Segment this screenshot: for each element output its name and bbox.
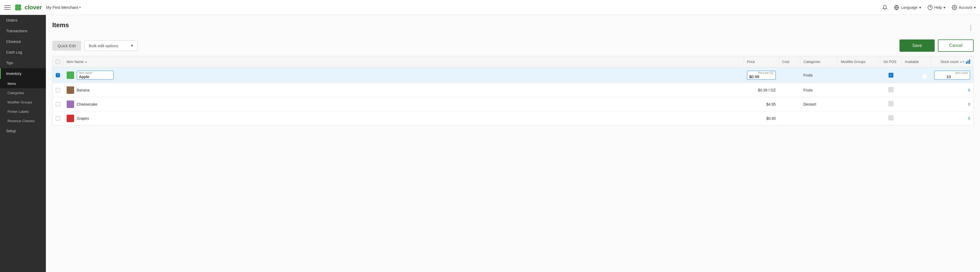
help-chevron-icon: ▾ xyxy=(943,5,945,10)
price-input[interactable] xyxy=(749,75,773,79)
price-input-wrap: Price per OZ xyxy=(747,71,776,80)
cancel-button[interactable]: Cancel xyxy=(938,40,974,52)
layout: Orders Transactions Closeout Cash Log Ti… xyxy=(0,15,980,272)
sidebar-item-cashlog[interactable]: Cash Log xyxy=(0,47,46,57)
sidebar-item-orders[interactable]: Orders xyxy=(0,15,46,25)
col-header-available: Available xyxy=(902,56,931,67)
table-row: Banana $0.39 / OZ Fruits xyxy=(52,83,974,97)
sidebar-item-tips[interactable]: Tips xyxy=(0,57,46,68)
row-stock-cell: 0 xyxy=(931,83,974,97)
item-name-text: Grapes xyxy=(77,116,89,121)
stock-sort-icon: ▲▼ xyxy=(959,60,965,63)
hamburger-menu[interactable] xyxy=(4,4,11,11)
row-modifiers-cell xyxy=(838,67,880,83)
sidebar-item-revenue-classes[interactable]: Revenue Classes xyxy=(0,116,46,126)
row-onpos-cell xyxy=(880,97,902,111)
table-row: Grapes $0.40 xyxy=(52,111,974,125)
select-all-header xyxy=(52,56,64,67)
row-name-cell: Item name* xyxy=(64,67,744,83)
item-name-label: Item name* xyxy=(79,72,111,75)
item-color-swatch xyxy=(67,86,74,94)
row-checkbox[interactable] xyxy=(56,116,60,121)
price-label: Price per OZ xyxy=(749,72,773,75)
merchant-chevron-icon: ▾ xyxy=(79,6,81,10)
onpos-check-icon[interactable] xyxy=(889,116,893,120)
help-button[interactable]: Help ▾ xyxy=(928,5,946,10)
bell-icon xyxy=(882,5,888,10)
row-cost-cell xyxy=(779,97,800,111)
row-onpos-cell xyxy=(880,83,902,97)
stock-count-link[interactable]: 0 xyxy=(968,88,970,92)
row-onpos-cell xyxy=(880,111,902,125)
row-checkbox[interactable] xyxy=(56,73,60,77)
account-chevron-icon: ▾ xyxy=(974,5,976,10)
item-name-text: Cheesecake xyxy=(77,102,97,107)
table-header-row: Item Name ▲ Price Cost Categories Modifi… xyxy=(52,56,974,67)
row-categories-cell: Fruits xyxy=(800,67,838,83)
bulk-edit-chevron-icon: ▾ xyxy=(131,43,133,48)
svg-point-9 xyxy=(954,7,955,8)
onpos-check-icon[interactable] xyxy=(889,87,893,92)
row-stock-cell: Item count xyxy=(931,67,974,83)
stock-bars-icon xyxy=(966,59,970,64)
row-price-cell: $0.40 xyxy=(744,111,779,125)
item-count-wrap: Item count xyxy=(934,71,970,80)
toolbar: Quick Edit Bulk edit options ▾ Save Canc… xyxy=(52,40,974,52)
sidebar-item-setup[interactable]: Setup xyxy=(0,126,46,136)
row-price-cell: $0.39 / OZ xyxy=(744,83,779,97)
stock-count-link[interactable]: 0 xyxy=(968,116,970,121)
row-modifiers-cell xyxy=(838,83,880,97)
select-all-checkbox[interactable] xyxy=(56,60,60,64)
item-name-text: Banana xyxy=(77,88,89,92)
sidebar-item-printer-labels[interactable]: Printer Labels xyxy=(0,107,46,116)
row-categories-cell xyxy=(800,111,838,125)
row-stock-cell: 0 xyxy=(931,97,974,111)
sidebar-item-items[interactable]: Items xyxy=(0,79,46,88)
items-table: Item Name ▲ Price Cost Categories Modifi… xyxy=(52,56,974,126)
nav-right: Language ▾ Help ▾ Account ▾ xyxy=(882,5,976,10)
col-header-onpos: On POS xyxy=(880,56,902,67)
merchant-name[interactable]: My First Merchant ▾ xyxy=(46,5,81,10)
row-categories-cell: Dessert xyxy=(800,97,838,111)
sidebar-item-inventory[interactable]: Inventory xyxy=(0,68,46,79)
row-stock-cell: 0 xyxy=(931,111,974,125)
table-row: Item name* Price per OZ Fruits xyxy=(52,67,974,83)
row-price-cell: Price per OZ xyxy=(744,67,779,83)
notifications-button[interactable] xyxy=(882,5,888,10)
row-cost-cell xyxy=(779,83,800,97)
col-header-categories: Categories xyxy=(800,56,838,67)
item-color-swatch xyxy=(67,115,74,122)
row-available-cell xyxy=(902,67,931,83)
onpos-check-icon[interactable] xyxy=(889,73,893,78)
row-checkbox[interactable] xyxy=(56,102,60,107)
stock-count-link[interactable]: 0 xyxy=(968,102,970,107)
row-cost-cell xyxy=(779,111,800,125)
item-name-input[interactable] xyxy=(79,75,111,79)
bulk-edit-dropdown[interactable]: Bulk edit options ▾ xyxy=(84,40,138,51)
quick-edit-button[interactable]: Quick Edit xyxy=(52,41,81,51)
page-more-button[interactable]: ⋮ xyxy=(968,24,974,31)
row-cost-cell xyxy=(779,67,800,83)
row-price-cell: $4.95 xyxy=(744,97,779,111)
main-content: Items ⋮ Quick Edit Bulk edit options ▾ S… xyxy=(46,15,980,272)
table-row: Cheesecake $4.95 Dessert xyxy=(52,97,974,111)
save-button[interactable]: Save xyxy=(899,40,935,52)
sidebar-item-transactions[interactable]: Transactions xyxy=(0,25,46,36)
item-count-input[interactable] xyxy=(947,75,968,79)
language-button[interactable]: Language ▾ xyxy=(894,5,921,10)
globe-icon xyxy=(894,5,899,10)
onpos-check-icon[interactable] xyxy=(889,101,893,106)
col-header-price: Price xyxy=(744,56,779,67)
item-color-swatch xyxy=(67,72,74,79)
sidebar-item-categories[interactable]: Categories xyxy=(0,88,46,98)
sidebar-item-closeout[interactable]: Closeout xyxy=(0,36,46,47)
logo: clover xyxy=(14,3,42,12)
row-checkbox[interactable] xyxy=(56,88,60,92)
clover-logo-icon xyxy=(14,3,22,12)
toolbar-actions: Save Cancel xyxy=(899,40,974,52)
account-button[interactable]: Account ▾ xyxy=(952,5,976,10)
sidebar-item-modifier-groups[interactable]: Modifier Groups xyxy=(0,98,46,107)
col-header-cost: Cost xyxy=(779,56,800,67)
name-sort-icon: ▲ xyxy=(85,60,88,63)
svg-point-4 xyxy=(17,6,19,9)
